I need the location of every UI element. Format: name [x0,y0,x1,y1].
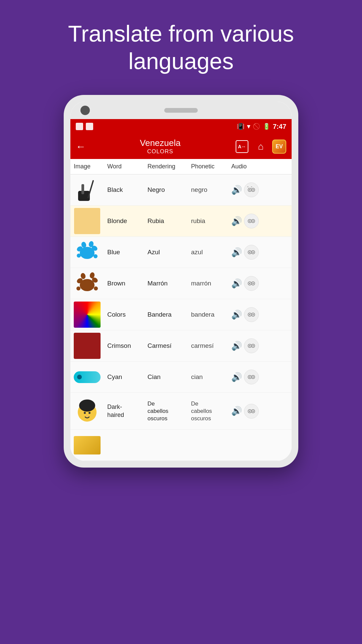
svg-point-71 [249,411,250,412]
owl-button[interactable] [244,370,259,384]
speaker-icon[interactable]: 🔊 [231,310,242,320]
gold-color-block [74,436,101,454]
phone-speaker [164,108,198,113]
row-phonetic-blue: azul [191,249,231,256]
col-rendering: Rendering [147,163,191,170]
owl-icon [247,249,256,256]
black-paint-svg [75,177,100,203]
row-word-blue: Blue [107,249,147,256]
phone-camera [80,106,90,115]
status-left-icons [76,123,93,130]
speaker-icon[interactable]: 🔊 [231,185,242,195]
svg-point-29 [253,252,254,253]
speaker-icon[interactable]: 🔊 [231,216,242,226]
colors-image [74,302,101,328]
table-row: Cyan Cian cian 🔊 [70,362,292,393]
row-audio-crimson: 🔊 [231,338,272,353]
phone-frame: 📳 ▾ 🚫 🔋 7:47 ← Venezuela COLORS A↔ ⌂ [64,95,298,468]
col-image: Image [74,163,107,170]
row-phonetic-crimson: carmesí [191,342,231,350]
home-button[interactable]: ⌂ [253,139,268,154]
speaker-icon[interactable]: 🔊 [231,341,242,351]
row-rendering-colors: Bandera [147,311,191,318]
table-row: Brown Marrón marrón 🔊 [70,268,292,299]
status-bar: 📳 ▾ 🚫 🔋 7:47 [70,119,292,134]
cyan-tube-end [77,375,82,379]
hero-section: Translate from various languages [0,0,362,75]
speaker-icon[interactable]: 🔊 [231,372,242,382]
dark-haired-svg [74,398,100,424]
translate-icon[interactable]: A↔ [235,139,249,154]
row-word-cyan: Cyan [107,373,147,381]
owl-button[interactable] [244,214,259,228]
row-rendering-dark-haired: Decabellososcuros [147,400,191,422]
status-right-icons: 📳 ▾ 🚫 🔋 7:47 [237,123,286,130]
row-word-dark-haired: Dark-haired [107,403,147,419]
owl-button[interactable] [244,276,259,291]
row-image-gold [74,432,101,459]
svg-point-65 [88,412,90,414]
svg-line-9 [247,186,248,187]
svg-point-22 [77,254,81,258]
row-phonetic-blonde: rubia [191,217,231,225]
owl-icon [247,408,256,415]
svg-point-59 [249,377,250,378]
translate-icon-inner: A↔ [236,140,248,153]
owl-icon [247,342,256,349]
back-button[interactable]: ← [76,141,86,152]
svg-point-23 [94,254,98,258]
ev-badge[interactable]: EV [272,140,286,154]
crimson-color-block [74,333,101,359]
owl-icon [247,280,256,287]
table-row: Blue Azul azul 🔊 [70,237,292,268]
header-country: Venezuela [91,138,229,148]
row-phonetic-dark-haired: Decabellososcuros [191,400,231,422]
svg-line-2 [88,181,93,198]
table-row: Blonde Rubia rubia 🔊 [70,206,292,237]
battery-icon: 🔋 [263,123,270,130]
vibrate-icon: 📳 [237,123,244,130]
svg-point-15 [249,221,250,222]
row-audio-cyan: 🔊 [231,370,272,384]
row-image-dark-haired [74,398,101,425]
home-icon: ⌂ [258,141,264,152]
owl-icon [247,311,256,318]
svg-point-64 [84,412,86,414]
svg-point-54 [253,345,254,346]
blue-splash-svg [74,239,101,266]
notification-icon-2 [86,123,93,130]
phone-screen: 📳 ▾ 🚫 🔋 7:47 ← Venezuela COLORS A↔ ⌂ [70,102,292,461]
svg-point-36 [94,286,98,290]
owl-button[interactable] [244,307,259,322]
owl-button[interactable] [244,182,259,197]
row-rendering-black: Negro [147,186,191,194]
speaker-icon[interactable]: 🔊 [231,247,242,258]
row-audio-brown: 🔊 [231,276,272,291]
col-audio: Audio [231,163,272,170]
row-image-cyan [74,364,101,390]
col-word: Word [107,163,147,170]
table-row [70,430,292,461]
owl-button[interactable] [244,404,259,419]
row-image-colors [74,301,101,328]
owl-icon [247,218,256,224]
header-category: COLORS [91,148,229,155]
row-image-brown [74,270,101,297]
row-word-crimson: Crimson [107,342,147,350]
svg-point-35 [76,286,80,290]
row-rendering-brown: Marrón [147,280,191,287]
row-phonetic-colors: bandera [191,311,231,318]
svg-line-10 [251,186,252,187]
svg-point-53 [249,345,250,346]
owl-button[interactable] [244,338,259,353]
row-word-colors: Colors [107,311,147,318]
svg-point-8 [253,190,254,191]
cyan-tube [74,371,101,383]
row-phonetic-black: negro [191,186,231,194]
owl-button[interactable] [244,245,259,260]
time-display: 7:47 [273,123,286,130]
svg-point-47 [249,314,250,315]
speaker-icon[interactable]: 🔊 [231,278,242,289]
speaker-icon[interactable]: 🔊 [231,406,242,416]
signal-icon: 🚫 [253,123,260,130]
